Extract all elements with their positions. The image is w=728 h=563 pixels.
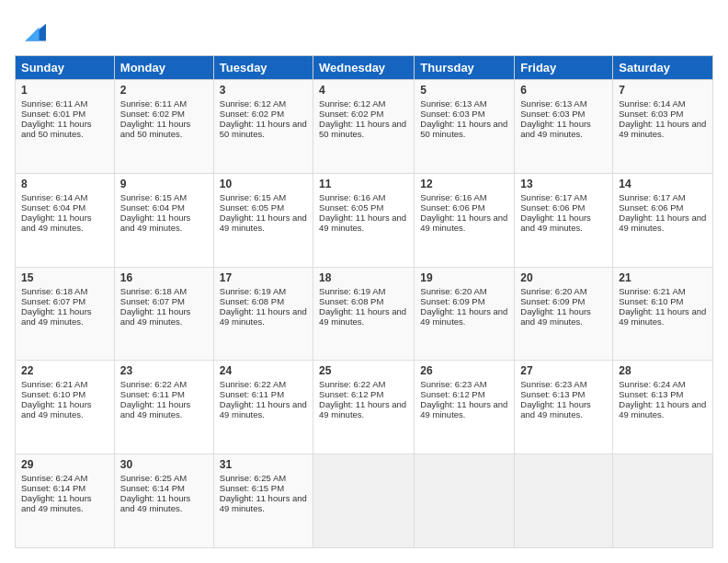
calendar-cell: 6Sunrise: 6:13 AMSunset: 6:03 PMDaylight…: [515, 80, 613, 174]
day-number: 23: [120, 364, 208, 377]
calendar-cell: 25Sunrise: 6:22 AMSunset: 6:12 PMDayligh…: [313, 361, 415, 454]
day-number: 27: [520, 364, 607, 377]
calendar-cell: 13Sunrise: 6:17 AMSunset: 6:06 PMDayligh…: [515, 173, 613, 267]
sunset-label: Sunset: 6:12 PM: [319, 389, 383, 399]
daylight-label: Daylight: 11 hours and 49 minutes.: [220, 399, 307, 419]
week-row-1: 1Sunrise: 6:11 AMSunset: 6:01 PMDaylight…: [16, 80, 713, 174]
calendar-cell: 14Sunrise: 6:17 AMSunset: 6:06 PMDayligh…: [613, 173, 713, 267]
sunset-label: Sunset: 6:14 PM: [120, 483, 185, 493]
sunrise-label: Sunrise: 6:25 AM: [220, 473, 286, 483]
calendar-cell: [313, 454, 415, 548]
day-number: 24: [220, 364, 307, 377]
daylight-label: Daylight: 11 hours and 49 minutes.: [520, 119, 591, 139]
daylight-label: Daylight: 11 hours and 49 minutes.: [619, 399, 706, 419]
sunrise-label: Sunrise: 6:11 AM: [120, 98, 187, 109]
daylight-label: Daylight: 11 hours and 49 minutes.: [120, 306, 191, 327]
sunset-label: Sunset: 6:07 PM: [21, 296, 85, 306]
sunset-label: Sunset: 6:02 PM: [120, 109, 185, 119]
calendar-cell: 15Sunrise: 6:18 AMSunset: 6:07 PMDayligh…: [16, 267, 115, 361]
daylight-label: Daylight: 11 hours and 49 minutes.: [21, 399, 92, 419]
sunset-label: Sunset: 6:02 PM: [220, 109, 284, 119]
daylight-label: Daylight: 11 hours and 49 minutes.: [220, 213, 307, 233]
logo: [15, 18, 46, 46]
day-number: 1: [21, 84, 108, 97]
sunset-label: Sunset: 6:10 PM: [619, 296, 683, 306]
calendar-cell: 16Sunrise: 6:18 AMSunset: 6:07 PMDayligh…: [114, 267, 213, 361]
sunset-label: Sunset: 6:08 PM: [319, 296, 383, 306]
daylight-label: Daylight: 11 hours and 50 minutes.: [120, 119, 191, 139]
daylight-label: Daylight: 11 hours and 49 minutes.: [319, 399, 406, 419]
sunset-label: Sunset: 6:11 PM: [220, 389, 284, 399]
day-number: 26: [420, 364, 508, 377]
sunset-label: Sunset: 6:05 PM: [319, 202, 383, 213]
sunrise-label: Sunrise: 6:18 AM: [21, 286, 87, 296]
sunrise-label: Sunrise: 6:18 AM: [120, 286, 187, 296]
sunset-label: Sunset: 6:09 PM: [520, 296, 585, 306]
day-number: 11: [319, 178, 408, 190]
day-number: 8: [21, 178, 108, 190]
sunrise-label: Sunrise: 6:21 AM: [619, 286, 685, 296]
day-number: 5: [420, 84, 508, 97]
calendar-cell: 19Sunrise: 6:20 AMSunset: 6:09 PMDayligh…: [415, 267, 515, 361]
day-number: 10: [220, 178, 307, 190]
sunrise-label: Sunrise: 6:12 AM: [220, 98, 286, 109]
calendar-cell: 3Sunrise: 6:12 AMSunset: 6:02 PMDaylight…: [213, 80, 313, 174]
day-number: 17: [220, 271, 307, 284]
day-number: 2: [120, 84, 208, 97]
daylight-label: Daylight: 11 hours and 50 minutes.: [319, 119, 406, 139]
sunrise-label: Sunrise: 6:11 AM: [21, 98, 87, 109]
calendar-cell: [415, 454, 515, 548]
calendar-cell: 30Sunrise: 6:25 AMSunset: 6:14 PMDayligh…: [114, 454, 213, 548]
sunrise-label: Sunrise: 6:17 AM: [619, 192, 685, 202]
sunrise-label: Sunrise: 6:22 AM: [319, 379, 385, 389]
daylight-label: Daylight: 11 hours and 50 minutes.: [21, 119, 92, 139]
weekday-header-monday: Monday: [114, 56, 213, 80]
daylight-label: Daylight: 11 hours and 50 minutes.: [420, 119, 507, 139]
day-number: 22: [21, 364, 108, 377]
daylight-label: Daylight: 11 hours and 49 minutes.: [619, 213, 706, 233]
calendar-cell: 18Sunrise: 6:19 AMSunset: 6:08 PMDayligh…: [313, 267, 415, 361]
sunrise-label: Sunrise: 6:17 AM: [520, 192, 586, 202]
sunset-label: Sunset: 6:04 PM: [120, 202, 185, 213]
day-number: 4: [319, 84, 408, 97]
sunrise-label: Sunrise: 6:19 AM: [319, 286, 385, 296]
sunrise-label: Sunrise: 6:19 AM: [220, 286, 286, 296]
sunrise-label: Sunrise: 6:23 AM: [520, 379, 586, 389]
daylight-label: Daylight: 11 hours and 49 minutes.: [21, 493, 92, 513]
calendar-cell: [613, 454, 713, 548]
sunset-label: Sunset: 6:03 PM: [520, 109, 585, 119]
week-row-2: 8Sunrise: 6:14 AMSunset: 6:04 PMDaylight…: [16, 173, 713, 267]
sunset-label: Sunset: 6:02 PM: [319, 109, 383, 119]
daylight-label: Daylight: 11 hours and 49 minutes.: [120, 493, 191, 513]
sunrise-label: Sunrise: 6:23 AM: [420, 379, 486, 389]
sunrise-label: Sunrise: 6:22 AM: [220, 379, 286, 389]
daylight-label: Daylight: 11 hours and 49 minutes.: [21, 306, 92, 327]
day-number: 14: [619, 178, 707, 190]
day-number: 6: [520, 84, 607, 97]
day-number: 18: [319, 271, 408, 284]
sunrise-label: Sunrise: 6:15 AM: [120, 192, 187, 202]
calendar-cell: 27Sunrise: 6:23 AMSunset: 6:13 PMDayligh…: [515, 361, 613, 454]
daylight-label: Daylight: 11 hours and 49 minutes.: [520, 213, 591, 233]
calendar-cell: 28Sunrise: 6:24 AMSunset: 6:13 PMDayligh…: [613, 361, 713, 454]
calendar-cell: 12Sunrise: 6:16 AMSunset: 6:06 PMDayligh…: [415, 173, 515, 267]
sunrise-label: Sunrise: 6:22 AM: [120, 379, 187, 389]
day-number: 12: [420, 178, 508, 190]
calendar-cell: 1Sunrise: 6:11 AMSunset: 6:01 PMDaylight…: [16, 80, 115, 174]
daylight-label: Daylight: 11 hours and 49 minutes.: [319, 213, 406, 233]
sunset-label: Sunset: 6:12 PM: [420, 389, 484, 399]
calendar-cell: 21Sunrise: 6:21 AMSunset: 6:10 PMDayligh…: [613, 267, 713, 361]
sunrise-label: Sunrise: 6:16 AM: [420, 192, 486, 202]
sunrise-label: Sunrise: 6:21 AM: [21, 379, 87, 389]
weekday-header-tuesday: Tuesday: [213, 56, 313, 80]
weekday-header-sunday: Sunday: [16, 56, 115, 80]
calendar-cell: 11Sunrise: 6:16 AMSunset: 6:05 PMDayligh…: [313, 173, 415, 267]
daylight-label: Daylight: 11 hours and 49 minutes.: [420, 213, 507, 233]
sunset-label: Sunset: 6:15 PM: [220, 483, 284, 493]
sunrise-label: Sunrise: 6:12 AM: [319, 98, 385, 109]
calendar-cell: 24Sunrise: 6:22 AMSunset: 6:11 PMDayligh…: [213, 361, 313, 454]
weekday-header-thursday: Thursday: [415, 56, 515, 80]
calendar-cell: 8Sunrise: 6:14 AMSunset: 6:04 PMDaylight…: [16, 173, 115, 267]
sunset-label: Sunset: 6:08 PM: [220, 296, 284, 306]
calendar-cell: 10Sunrise: 6:15 AMSunset: 6:05 PMDayligh…: [213, 173, 313, 267]
